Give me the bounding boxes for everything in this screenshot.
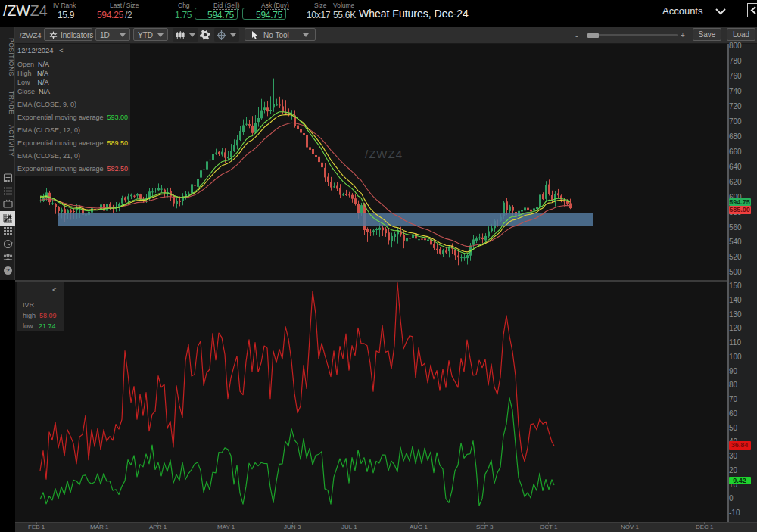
svg-text:?: ? [6,267,10,274]
